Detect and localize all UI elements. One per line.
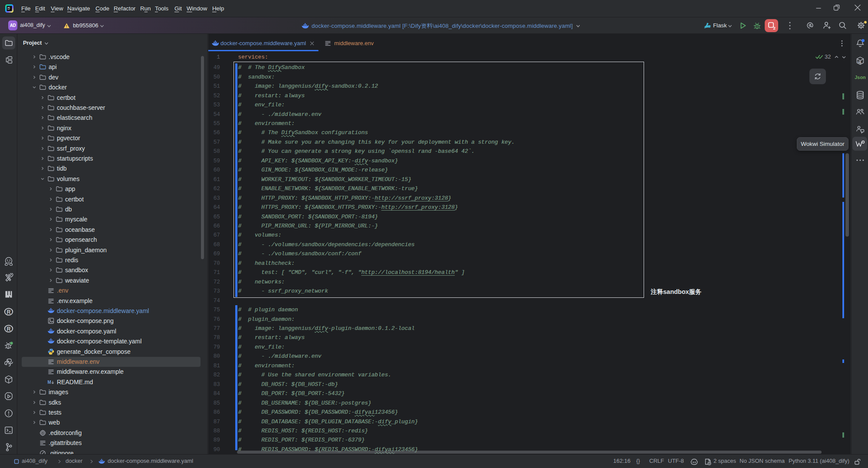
- svg-text:PC: PC: [7, 7, 10, 9]
- svg-text:ML: ML: [858, 61, 862, 64]
- svg-text:R: R: [7, 326, 11, 332]
- svg-text:2: 2: [773, 26, 776, 30]
- svg-text:M: M: [48, 380, 51, 385]
- svg-text:R: R: [7, 309, 11, 315]
